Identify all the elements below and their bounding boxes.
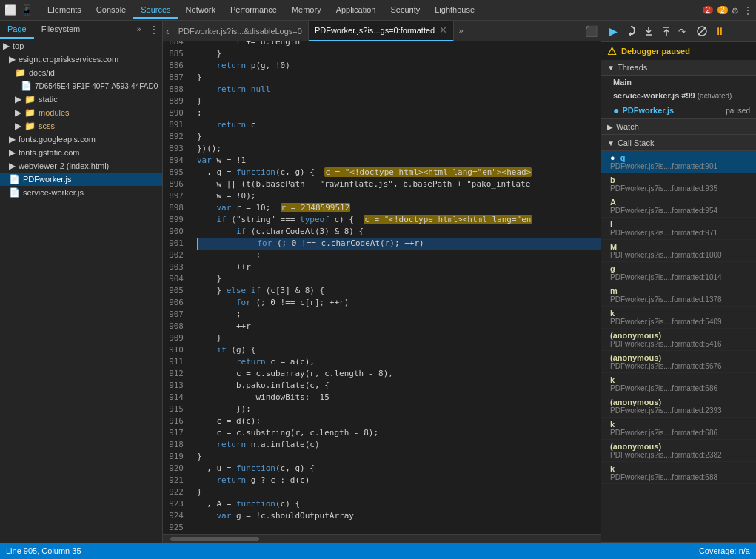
code-line[interactable]: return c: [197, 119, 601, 131]
code-line[interactable]: }: [197, 332, 601, 344]
tree-item-pdfworker[interactable]: 📄 PDFworker.js: [0, 173, 162, 186]
editor-tab-1[interactable]: PDFworker.js?is...&disableLogs=0: [173, 21, 309, 41]
code-line[interactable]: , A = function(c) {: [197, 498, 601, 510]
code-line[interactable]: if (g) {: [197, 344, 601, 356]
debug-stepinto-btn[interactable]: [640, 22, 658, 40]
code-line[interactable]: }: [197, 486, 601, 498]
code-content[interactable]: (var c = this.arrays, g = 0, a = 0; a < …: [194, 41, 601, 446]
horizontal-scrollbar[interactable]: [163, 534, 601, 543]
code-line[interactable]: });: [197, 404, 601, 415]
h-scroll-thumb[interactable]: [170, 537, 259, 541]
code-line[interactable]: for (; 0 !== c[r]; ++r): [197, 297, 601, 309]
callstack-item[interactable]: M PDFworker.js?is....formatted:1000: [601, 240, 756, 262]
thread-item-pdf[interactable]: ● PDFworker.js paused: [601, 102, 756, 118]
debug-step-btn[interactable]: ↷: [675, 22, 693, 40]
code-line[interactable]: b.pako.inflate(c, {: [197, 380, 601, 392]
tab-elements[interactable]: Elements: [40, 2, 89, 19]
tree-item-static[interactable]: ▶ 📁 static: [0, 93, 162, 106]
code-line[interactable]: var r = 10; r = 2348599512: [197, 202, 601, 214]
tab-console[interactable]: Console: [89, 2, 133, 19]
editor-tab-2[interactable]: PDFworker.js?is...gs=0:formatted ✕: [309, 21, 454, 41]
tree-item-top[interactable]: ▶ top: [0, 39, 162, 53]
code-line[interactable]: w = !0);: [197, 190, 601, 202]
tree-item-esignt[interactable]: ▶ esignt.cropriskservices.com: [0, 53, 162, 66]
callstack-item[interactable]: A PDFworker.js?is....formatted:954: [601, 195, 756, 218]
callstack-item[interactable]: (anonymous) PDFworker.js?is....formatted…: [601, 440, 756, 462]
debug-resume-btn[interactable]: ▶: [604, 22, 622, 40]
code-line[interactable]: c = d(c);: [197, 415, 601, 427]
code-line[interactable]: , q = function(c, g) { c = "<!doctype ht…: [197, 167, 601, 178]
code-line[interactable]: if ("string" === typeof c) { c = "<!doct…: [197, 214, 601, 226]
tab-close-btn[interactable]: ✕: [439, 24, 447, 36]
callstack-item[interactable]: (anonymous) PDFworker.js?is....formatted…: [601, 351, 756, 373]
tab-sources[interactable]: Sources: [133, 2, 178, 19]
code-line[interactable]: return null: [197, 84, 601, 96]
code-line[interactable]: ++r: [197, 261, 601, 273]
tree-item-docs[interactable]: 📁 docs/id: [0, 66, 162, 79]
watch-header[interactable]: ▶ Watch: [601, 119, 756, 135]
code-line[interactable]: return g ? c : d(c): [197, 475, 601, 486]
code-line[interactable]: c = c.subarray(r, c.length - 8),: [197, 368, 601, 380]
tree-item-serviceworker[interactable]: 📄 service-worker.js: [0, 186, 162, 199]
callstack-item[interactable]: k PDFworker.js?is....formatted:5409: [601, 307, 756, 329]
code-line[interactable]: r += d.length: [197, 41, 601, 48]
debug-stepover-btn[interactable]: [622, 22, 640, 40]
code-line[interactable]: var g = !c.shouldOutputArray: [197, 510, 601, 522]
code-line[interactable]: }: [197, 131, 601, 143]
code-line[interactable]: for (; 0 !== c.charCodeAt(r); ++r): [197, 238, 601, 250]
tab-security[interactable]: Security: [383, 2, 427, 19]
editor-nav-left[interactable]: ‹: [163, 25, 173, 37]
debug-stepout-btn[interactable]: [658, 22, 675, 40]
tab-performance[interactable]: Performance: [223, 2, 284, 19]
code-line[interactable]: }: [197, 72, 601, 84]
nav-icon-inspect[interactable]: ⬜: [3, 3, 18, 18]
code-line[interactable]: ;: [197, 107, 601, 119]
sidebar-tab-page[interactable]: Page: [0, 21, 34, 39]
callstack-item[interactable]: (anonymous) PDFworker.js?is....formatted…: [601, 395, 756, 418]
callstack-item[interactable]: g PDFworker.js?is....formatted:1014: [601, 262, 756, 284]
tree-item-7d65[interactable]: 📄 7D6545E4-9F1F-40F7-A593-44FAD0: [0, 79, 162, 93]
code-line[interactable]: ++r: [197, 321, 601, 332]
tree-item-googleapis[interactable]: ▶ fonts.googleapis.com: [0, 133, 162, 146]
callstack-item[interactable]: m PDFworker.js?is....formatted:1378: [601, 284, 756, 307]
code-line[interactable]: ;: [197, 250, 601, 261]
callstack-item[interactable]: l PDFworker.js?is....formatted:971: [601, 218, 756, 240]
code-line[interactable]: [197, 522, 601, 534]
sidebar-more-btn[interactable]: »: [132, 21, 146, 39]
tab-memory[interactable]: Memory: [284, 2, 329, 19]
code-line[interactable]: })();: [197, 143, 601, 155]
code-line[interactable]: if (c.charCodeAt(3) & 8) {: [197, 226, 601, 238]
tree-item-gstatic[interactable]: ▶ fonts.gstatic.com: [0, 146, 162, 159]
code-line[interactable]: } else if (c[3] & 8) {: [197, 285, 601, 297]
settings-icon[interactable]: ⚙: [732, 4, 738, 16]
code-line[interactable]: }: [197, 96, 601, 107]
callstack-item[interactable]: b PDFworker.js?is....formatted:935: [601, 173, 756, 195]
editor-nav-right[interactable]: ⬛: [582, 25, 601, 37]
tab-lighthouse[interactable]: Lighthouse: [427, 2, 482, 19]
tree-item-webviewer[interactable]: ▶ webviewer-2 (index.html): [0, 159, 162, 173]
callstack-item[interactable]: k PDFworker.js?is....formatted:686: [601, 373, 756, 395]
thread-item-sw[interactable]: service-worker.js #99 (activated): [601, 89, 756, 102]
nav-icon-mobile[interactable]: 📱: [19, 3, 34, 18]
code-line[interactable]: return n.a.inflate(c): [197, 439, 601, 451]
code-line[interactable]: return c = a(c),: [197, 356, 601, 368]
editor-tab-more[interactable]: »: [454, 26, 468, 36]
code-line[interactable]: var w = !1: [197, 155, 601, 167]
code-line[interactable]: c = c.substring(r, c.length - 8);: [197, 427, 601, 439]
callstack-item[interactable]: (anonymous) PDFworker.js?is....formatted…: [601, 329, 756, 351]
code-line[interactable]: }: [197, 48, 601, 60]
code-line[interactable]: windowBits: -15: [197, 392, 601, 404]
tree-item-scss[interactable]: ▶ 📁 scss: [0, 119, 162, 133]
thread-item-main[interactable]: Main: [601, 76, 756, 89]
code-line[interactable]: w || (t(b.basePath + "rawinflate.js", b.…: [197, 178, 601, 190]
callstack-item[interactable]: k PDFworker.js?is....formatted:688: [601, 462, 756, 484]
tab-network[interactable]: Network: [178, 2, 223, 19]
code-line[interactable]: , u = function(c, g) {: [197, 463, 601, 475]
sidebar-menu-btn[interactable]: ⋮: [149, 24, 159, 36]
code-line[interactable]: }: [197, 273, 601, 285]
code-scroll[interactable]: 8778788798808818828838848858868878888898…: [163, 41, 601, 534]
sidebar-tab-filesystem[interactable]: Filesystem: [34, 21, 88, 39]
callstack-header[interactable]: ▼ Call Stack: [601, 135, 756, 151]
callstack-item[interactable]: ● q PDFworker.js?is....formatted:901: [601, 151, 756, 173]
threads-header[interactable]: ▼ Threads: [601, 60, 756, 76]
